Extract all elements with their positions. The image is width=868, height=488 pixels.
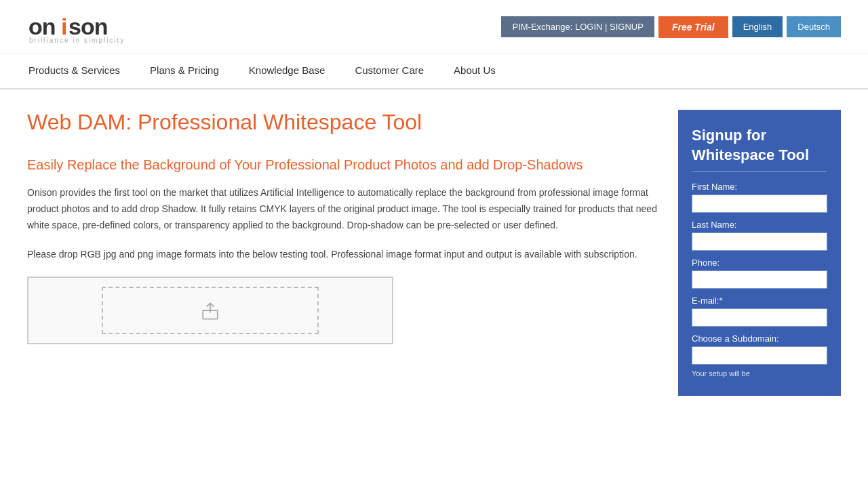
nav-item-products-services[interactable]: Products & Services	[14, 54, 135, 88]
lang-deutsch-button[interactable]: Deutsch	[787, 16, 841, 37]
pim-exchange-button[interactable]: PIM-Exchange: LOGIN | SIGNUP	[501, 16, 654, 37]
top-bar-actions: PIM-Exchange: LOGIN | SIGNUP Free Trial …	[501, 16, 841, 38]
signup-panel: Signup for Whitespace Tool First Name: L…	[678, 110, 841, 396]
main-content: Web DAM: Professional Whitespace Tool Ea…	[0, 89, 868, 416]
logo-tagline: brilliance in simplicity	[27, 37, 132, 44]
main-nav: Products & Services Plans & Pricing Know…	[0, 54, 868, 89]
svg-text:i: i	[61, 14, 66, 39]
upload-icon	[198, 298, 222, 323]
signup-title: Signup for Whitespace Tool	[692, 126, 827, 165]
nav-item-about-us[interactable]: About Us	[439, 54, 511, 88]
lang-english-button[interactable]: English	[732, 16, 783, 37]
signup-divider	[692, 171, 827, 172]
nav-item-customer-care[interactable]: Customer Care	[340, 54, 439, 88]
logo: on i son brilliance in simplicity	[27, 10, 132, 44]
first-name-input[interactable]	[692, 195, 827, 213]
email-input[interactable]	[692, 308, 827, 327]
drop-zone-inner	[102, 287, 319, 334]
free-trial-button[interactable]: Free Trial	[658, 16, 728, 38]
page-title: Web DAM: Professional Whitespace Tool	[27, 110, 658, 135]
top-bar: on i son brilliance in simplicity PIM-Ex…	[0, 0, 868, 54]
image-drop-zone[interactable]	[27, 277, 393, 344]
svg-text:on: on	[28, 14, 56, 39]
nav-item-plans-pricing[interactable]: Plans & Pricing	[135, 54, 234, 88]
subdomain-note: Your setup will be	[692, 369, 827, 379]
svg-text:son: son	[68, 14, 107, 39]
upload-icon-group	[198, 298, 222, 323]
subdomain-input[interactable]	[692, 346, 827, 365]
nav-item-knowledge-base[interactable]: Knowledge Base	[234, 54, 340, 88]
last-name-input[interactable]	[692, 232, 827, 251]
content-subtitle: Easily Replace the Background of Your Pr…	[27, 155, 658, 174]
last-name-label: Last Name:	[692, 220, 827, 230]
phone-input[interactable]	[692, 270, 827, 289]
subdomain-label: Choose a Subdomain:	[692, 333, 827, 344]
content-left: Web DAM: Professional Whitespace Tool Ea…	[27, 110, 658, 396]
phone-label: Phone:	[692, 258, 827, 268]
email-label: E-mail:*	[692, 296, 827, 306]
description-1: Onison provides the first tool on the ma…	[27, 185, 658, 233]
description-2: Please drop RGB jpg and png image format…	[27, 247, 658, 263]
first-name-label: First Name:	[692, 182, 827, 192]
